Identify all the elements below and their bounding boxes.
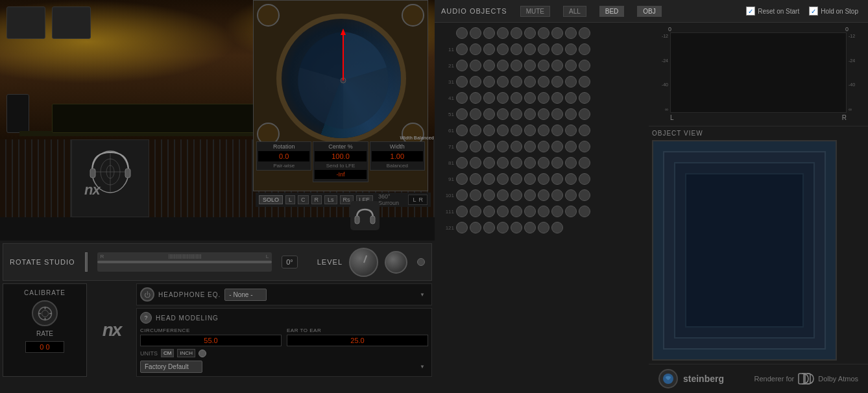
obj-dot-56[interactable] <box>524 108 536 120</box>
obj-dot-89[interactable] <box>565 157 577 169</box>
obj-dot-25[interactable] <box>511 60 522 71</box>
obj-dot-96[interactable] <box>524 173 536 185</box>
obj-dot-49[interactable] <box>565 92 577 104</box>
units-toggle[interactable] <box>199 350 206 357</box>
obj-dot-45[interactable] <box>511 92 522 104</box>
obj-dot-29[interactable] <box>565 60 577 71</box>
obj-dot-64[interactable] <box>497 125 509 136</box>
obj-dot-33[interactable] <box>483 76 495 88</box>
obj-dot-74[interactable] <box>497 141 509 152</box>
obj-dot-110[interactable] <box>579 189 590 201</box>
obj-dot-22[interactable] <box>470 60 481 71</box>
obj-dot-4[interactable] <box>497 27 509 39</box>
obj-dot-113[interactable] <box>483 206 495 217</box>
obj-dot-99[interactable] <box>565 173 577 185</box>
obj-dot-13[interactable] <box>483 43 495 55</box>
obj-dot-12[interactable] <box>470 43 481 55</box>
obj-dot-126[interactable] <box>524 222 536 233</box>
obj-dot-11[interactable] <box>456 43 468 55</box>
obj-dot-60[interactable] <box>579 108 590 120</box>
obj-dot-124[interactable] <box>497 222 509 233</box>
mute-button[interactable]: MUTE <box>520 6 550 17</box>
obj-dot-8[interactable] <box>551 27 563 39</box>
level-indicator[interactable] <box>417 258 425 266</box>
all-button[interactable]: ALL <box>563 6 586 17</box>
obj-dot-20[interactable] <box>579 43 590 55</box>
obj-dot-128[interactable] <box>551 222 563 233</box>
obj-dot-115[interactable] <box>511 206 522 217</box>
obj-dot-88[interactable] <box>551 157 563 169</box>
obj-dot-63[interactable] <box>483 125 495 136</box>
obj-dot-87[interactable] <box>538 157 549 169</box>
obj-dot-67[interactable] <box>538 125 549 136</box>
obj-dot-38[interactable] <box>551 76 563 88</box>
obj-dot-57[interactable] <box>538 108 549 120</box>
obj-dot-100[interactable] <box>579 173 590 185</box>
obj-dot-108[interactable] <box>551 189 563 201</box>
obj-dot-47[interactable] <box>538 92 549 104</box>
obj-dot-42[interactable] <box>470 92 481 104</box>
level-knob-secondary[interactable] <box>385 251 407 274</box>
obj-dot-23[interactable] <box>483 60 495 71</box>
obj-dot-103[interactable] <box>483 189 495 201</box>
obj-dot-104[interactable] <box>497 189 509 201</box>
obj-dot-68[interactable] <box>551 125 563 136</box>
obj-dot-41[interactable] <box>456 92 468 104</box>
obj-dot-40[interactable] <box>579 76 590 88</box>
channel-C[interactable]: C <box>298 195 309 204</box>
obj-dot-121[interactable] <box>456 222 468 233</box>
unit-inch-btn[interactable]: INCH <box>177 349 195 357</box>
obj-dot-80[interactable] <box>579 141 590 152</box>
obj-dot-53[interactable] <box>483 108 495 120</box>
obj-dot-37[interactable] <box>538 76 549 88</box>
obj-dot-73[interactable] <box>483 141 495 152</box>
obj-dot-119[interactable] <box>565 206 577 217</box>
width-control[interactable]: Width 1.00 Balanced Width Balanced <box>370 141 425 171</box>
obj-dot-76[interactable] <box>524 141 536 152</box>
obj-dot-16[interactable] <box>524 43 536 55</box>
headphone-eq-dropdown[interactable]: - None - <box>224 289 267 301</box>
obj-dot-51[interactable] <box>456 108 468 120</box>
obj-dot-120[interactable] <box>579 206 590 217</box>
panner-circle[interactable] <box>276 14 406 143</box>
obj-dot-83[interactable] <box>483 157 495 169</box>
obj-dot-65[interactable] <box>511 125 522 136</box>
ear-to-ear-value[interactable]: 25.0 <box>287 335 428 346</box>
obj-dot-21[interactable] <box>456 60 468 71</box>
obj-dot-71[interactable] <box>456 141 468 152</box>
obj-dot-55[interactable] <box>511 108 522 120</box>
obj-dot-79[interactable] <box>565 141 577 152</box>
obj-dot-111[interactable] <box>456 206 468 217</box>
obj-dot-69[interactable] <box>565 125 577 136</box>
obj-dot-10[interactable] <box>579 27 590 39</box>
obj-dot-116[interactable] <box>524 206 536 217</box>
obj-dot-72[interactable] <box>470 141 481 152</box>
obj-dot-102[interactable] <box>470 189 481 201</box>
obj-dot-95[interactable] <box>511 173 522 185</box>
bed-button[interactable]: BED <box>599 6 625 17</box>
center-control[interactable]: Center % 100.0 Send to LFE -Inf <box>313 141 368 182</box>
unit-cm-btn[interactable]: CM <box>161 349 174 357</box>
rotation-control[interactable]: Rotation 0.0 Pair-wise <box>256 141 311 171</box>
circumference-value[interactable]: 55.0 <box>140 335 282 346</box>
obj-dot-107[interactable] <box>538 189 549 201</box>
obj-dot-1[interactable] <box>456 27 468 39</box>
obj-dot-24[interactable] <box>497 60 509 71</box>
obj-dot-77[interactable] <box>538 141 549 152</box>
channel-R[interactable]: R <box>311 195 322 204</box>
obj-dot-78[interactable] <box>551 141 563 152</box>
obj-dot-32[interactable] <box>470 76 481 88</box>
obj-dot-75[interactable] <box>511 141 522 152</box>
obj-dot-101[interactable] <box>456 189 468 201</box>
obj-dot-39[interactable] <box>565 76 577 88</box>
hold-on-stop-checkbox[interactable]: ✓ <box>809 6 818 16</box>
obj-dot-48[interactable] <box>551 92 563 104</box>
obj-dot-112[interactable] <box>470 206 481 217</box>
obj-dot-3[interactable] <box>483 27 495 39</box>
rotate-slider-handle[interactable] <box>85 252 88 272</box>
obj-dot-30[interactable] <box>579 60 590 71</box>
obj-dot-70[interactable] <box>579 125 590 136</box>
channel-L[interactable]: L <box>285 195 295 204</box>
calibrate-button[interactable] <box>32 300 58 326</box>
obj-dot-122[interactable] <box>470 222 481 233</box>
